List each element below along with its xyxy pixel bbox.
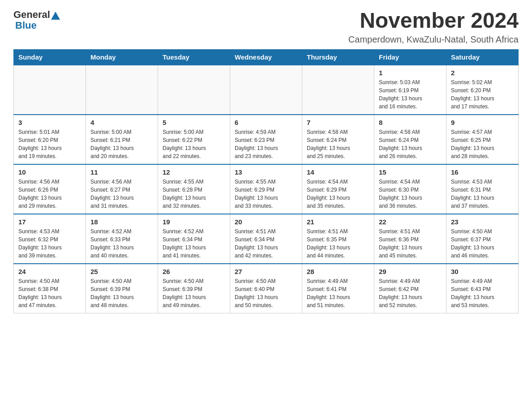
header-sunday: Sunday bbox=[14, 49, 86, 65]
day-info: Sunrise: 4:58 AMSunset: 6:24 PMDaylight:… bbox=[379, 128, 442, 160]
day-number: 7 bbox=[307, 119, 369, 126]
table-row: 7Sunrise: 4:58 AMSunset: 6:24 PMDaylight… bbox=[302, 115, 374, 164]
day-info: Sunrise: 4:50 AMSunset: 6:39 PMDaylight:… bbox=[90, 277, 153, 309]
table-row: 4Sunrise: 5:00 AMSunset: 6:21 PMDaylight… bbox=[86, 115, 158, 164]
day-number: 10 bbox=[18, 168, 81, 176]
table-row: 17Sunrise: 4:53 AMSunset: 6:32 PMDayligh… bbox=[14, 214, 86, 264]
day-info: Sunrise: 4:55 AMSunset: 6:29 PMDaylight:… bbox=[235, 178, 297, 210]
table-row: 26Sunrise: 4:50 AMSunset: 6:39 PMDayligh… bbox=[158, 264, 230, 313]
table-row: 21Sunrise: 4:51 AMSunset: 6:35 PMDayligh… bbox=[302, 214, 374, 264]
logo-general-text: General bbox=[13, 9, 50, 21]
header-saturday: Saturday bbox=[446, 49, 519, 65]
table-row: 2Sunrise: 5:02 AMSunset: 6:20 PMDaylight… bbox=[446, 65, 519, 115]
day-number: 6 bbox=[235, 119, 297, 126]
week-row-5: 24Sunrise: 4:50 AMSunset: 6:38 PMDayligh… bbox=[14, 264, 519, 313]
week-row-2: 3Sunrise: 5:01 AMSunset: 6:20 PMDaylight… bbox=[14, 115, 519, 164]
day-info: Sunrise: 4:49 AMSunset: 6:42 PMDaylight:… bbox=[379, 277, 442, 309]
day-number: 25 bbox=[90, 268, 153, 275]
table-row: 10Sunrise: 4:56 AMSunset: 6:26 PMDayligh… bbox=[14, 164, 86, 214]
table-row: 18Sunrise: 4:52 AMSunset: 6:33 PMDayligh… bbox=[86, 214, 158, 264]
day-info: Sunrise: 4:50 AMSunset: 6:40 PMDaylight:… bbox=[235, 277, 297, 309]
header-friday: Friday bbox=[374, 49, 446, 65]
table-row: 25Sunrise: 4:50 AMSunset: 6:39 PMDayligh… bbox=[86, 264, 158, 313]
table-row: 8Sunrise: 4:58 AMSunset: 6:24 PMDaylight… bbox=[374, 115, 446, 164]
table-row: 5Sunrise: 5:00 AMSunset: 6:22 PMDaylight… bbox=[158, 115, 230, 164]
day-number: 4 bbox=[90, 119, 153, 126]
title-area: November 2024 Camperdown, KwaZulu-Natal,… bbox=[348, 9, 519, 45]
day-info: Sunrise: 5:02 AMSunset: 6:20 PMDaylight:… bbox=[451, 78, 514, 111]
table-row: 28Sunrise: 4:49 AMSunset: 6:41 PMDayligh… bbox=[302, 264, 374, 313]
day-info: Sunrise: 4:54 AMSunset: 6:30 PMDaylight:… bbox=[379, 178, 442, 210]
day-number: 17 bbox=[18, 218, 81, 226]
day-number: 20 bbox=[235, 218, 297, 226]
day-number: 29 bbox=[379, 268, 442, 275]
day-number: 16 bbox=[451, 168, 514, 176]
day-info: Sunrise: 4:51 AMSunset: 6:34 PMDaylight:… bbox=[235, 227, 297, 260]
day-info: Sunrise: 5:00 AMSunset: 6:21 PMDaylight:… bbox=[90, 128, 153, 160]
day-info: Sunrise: 4:51 AMSunset: 6:36 PMDaylight:… bbox=[379, 227, 442, 260]
table-row: 13Sunrise: 4:55 AMSunset: 6:29 PMDayligh… bbox=[230, 164, 302, 214]
table-row: 23Sunrise: 4:50 AMSunset: 6:37 PMDayligh… bbox=[446, 214, 519, 264]
day-info: Sunrise: 4:50 AMSunset: 6:39 PMDaylight:… bbox=[163, 277, 225, 309]
table-row: 6Sunrise: 4:59 AMSunset: 6:23 PMDaylight… bbox=[230, 115, 302, 164]
day-number: 15 bbox=[379, 168, 442, 176]
day-number: 19 bbox=[163, 218, 225, 226]
day-info: Sunrise: 4:53 AMSunset: 6:32 PMDaylight:… bbox=[18, 227, 81, 260]
day-info: Sunrise: 4:56 AMSunset: 6:26 PMDaylight:… bbox=[18, 178, 81, 210]
day-number: 14 bbox=[307, 168, 369, 176]
day-number: 3 bbox=[18, 119, 81, 126]
day-number: 9 bbox=[451, 119, 514, 126]
table-row: 29Sunrise: 4:49 AMSunset: 6:42 PMDayligh… bbox=[374, 264, 446, 313]
day-number: 1 bbox=[379, 69, 442, 77]
table-row: 11Sunrise: 4:56 AMSunset: 6:27 PMDayligh… bbox=[86, 164, 158, 214]
header-thursday: Thursday bbox=[302, 49, 374, 65]
day-number: 22 bbox=[379, 218, 442, 226]
day-info: Sunrise: 4:52 AMSunset: 6:34 PMDaylight:… bbox=[163, 227, 225, 260]
table-row: 1Sunrise: 5:03 AMSunset: 6:19 PMDaylight… bbox=[374, 65, 446, 115]
table-row: 24Sunrise: 4:50 AMSunset: 6:38 PMDayligh… bbox=[14, 264, 86, 313]
header-wednesday: Wednesday bbox=[230, 49, 302, 65]
table-row bbox=[230, 65, 302, 115]
day-info: Sunrise: 5:00 AMSunset: 6:22 PMDaylight:… bbox=[163, 128, 225, 160]
table-row: 12Sunrise: 4:55 AMSunset: 6:28 PMDayligh… bbox=[158, 164, 230, 214]
table-row: 20Sunrise: 4:51 AMSunset: 6:34 PMDayligh… bbox=[230, 214, 302, 264]
calendar-table: Sunday Monday Tuesday Wednesday Thursday… bbox=[13, 49, 519, 313]
day-info: Sunrise: 4:56 AMSunset: 6:27 PMDaylight:… bbox=[90, 178, 153, 210]
table-row bbox=[14, 65, 86, 115]
table-row bbox=[302, 65, 374, 115]
day-number: 8 bbox=[379, 119, 442, 126]
day-number: 21 bbox=[307, 218, 369, 226]
day-number: 2 bbox=[451, 69, 514, 77]
day-info: Sunrise: 4:57 AMSunset: 6:25 PMDaylight:… bbox=[451, 128, 514, 160]
day-number: 18 bbox=[90, 218, 153, 226]
day-number: 24 bbox=[18, 268, 81, 275]
day-number: 11 bbox=[90, 168, 153, 176]
month-title: November 2024 bbox=[348, 9, 519, 33]
table-row: 19Sunrise: 4:52 AMSunset: 6:34 PMDayligh… bbox=[158, 214, 230, 264]
table-row: 22Sunrise: 4:51 AMSunset: 6:36 PMDayligh… bbox=[374, 214, 446, 264]
day-number: 23 bbox=[451, 218, 514, 226]
day-number: 26 bbox=[163, 268, 225, 275]
table-row bbox=[158, 65, 230, 115]
logo: General Blue bbox=[13, 9, 60, 31]
day-number: 5 bbox=[163, 119, 225, 126]
header-tuesday: Tuesday bbox=[158, 49, 230, 65]
table-row: 15Sunrise: 4:54 AMSunset: 6:30 PMDayligh… bbox=[374, 164, 446, 214]
week-row-3: 10Sunrise: 4:56 AMSunset: 6:26 PMDayligh… bbox=[14, 164, 519, 214]
day-info: Sunrise: 4:49 AMSunset: 6:43 PMDaylight:… bbox=[451, 277, 514, 309]
table-row: 27Sunrise: 4:50 AMSunset: 6:40 PMDayligh… bbox=[230, 264, 302, 313]
week-row-1: 1Sunrise: 5:03 AMSunset: 6:19 PMDaylight… bbox=[14, 65, 519, 115]
day-info: Sunrise: 4:50 AMSunset: 6:38 PMDaylight:… bbox=[18, 277, 81, 309]
table-row bbox=[86, 65, 158, 115]
day-number: 30 bbox=[451, 268, 514, 275]
day-info: Sunrise: 4:55 AMSunset: 6:28 PMDaylight:… bbox=[163, 178, 225, 210]
page-header: General Blue November 2024 Camperdown, K… bbox=[13, 9, 519, 45]
day-info: Sunrise: 4:52 AMSunset: 6:33 PMDaylight:… bbox=[90, 227, 153, 260]
table-row: 30Sunrise: 4:49 AMSunset: 6:43 PMDayligh… bbox=[446, 264, 519, 313]
table-row: 16Sunrise: 4:53 AMSunset: 6:31 PMDayligh… bbox=[446, 164, 519, 214]
day-number: 13 bbox=[235, 168, 297, 176]
logo-triangle-icon bbox=[51, 12, 60, 20]
day-info: Sunrise: 5:01 AMSunset: 6:20 PMDaylight:… bbox=[18, 128, 81, 160]
table-row: 9Sunrise: 4:57 AMSunset: 6:25 PMDaylight… bbox=[446, 115, 519, 164]
day-info: Sunrise: 4:58 AMSunset: 6:24 PMDaylight:… bbox=[307, 128, 369, 160]
